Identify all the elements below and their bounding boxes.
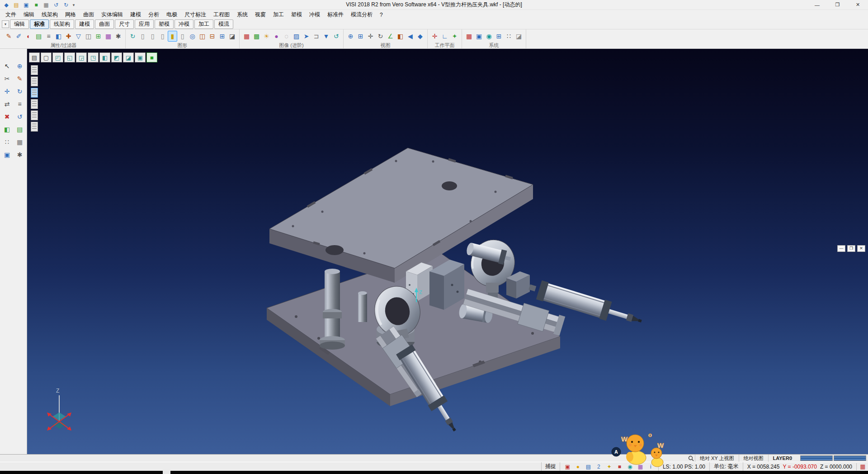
info-status-icon[interactable]: i bbox=[647, 463, 655, 470]
units-indicator[interactable]: 单位: 毫米 bbox=[709, 462, 743, 471]
view-iso-se-icon[interactable]: ◪ bbox=[123, 52, 134, 62]
view-top-icon[interactable]: ◰ bbox=[52, 52, 63, 62]
reset-image-icon[interactable]: ↺ bbox=[331, 31, 341, 42]
menu-item[interactable]: 加工 bbox=[269, 10, 288, 19]
select-arrow-icon[interactable]: ↖ bbox=[2, 61, 13, 71]
ribbon-tab[interactable]: 建模 bbox=[75, 19, 94, 29]
view-iso-ne-icon[interactable]: ◧ bbox=[99, 52, 110, 62]
menu-item[interactable]: 标准件 bbox=[324, 10, 347, 19]
blank-sheet-icon[interactable]: ▯ bbox=[148, 31, 157, 42]
selection-funnel-icon[interactable]: ▽ bbox=[74, 31, 83, 42]
view-left-icon[interactable]: ◳ bbox=[88, 52, 99, 62]
view-right-icon[interactable]: ◲ bbox=[76, 52, 87, 62]
menu-item[interactable]: 电极 bbox=[163, 10, 181, 19]
menu-item[interactable]: ? bbox=[376, 11, 387, 19]
gem-view-icon[interactable]: ◆ bbox=[415, 31, 425, 42]
mask-filter-icon[interactable]: ◫ bbox=[84, 31, 93, 42]
workplane-align-icon[interactable]: ∟ bbox=[440, 31, 449, 42]
light-status-icon[interactable]: ● bbox=[574, 463, 582, 470]
undo-icon[interactable]: ↺ bbox=[52, 1, 61, 9]
blank-sheet-icon[interactable]: ▯ bbox=[158, 31, 167, 42]
ribbon-tab[interactable]: 应用 bbox=[135, 19, 154, 29]
menu-item[interactable]: 系统 bbox=[233, 10, 251, 19]
color-palette-icon[interactable]: ▦ bbox=[464, 31, 474, 42]
grid-tool-icon[interactable]: ▦ bbox=[14, 137, 25, 147]
settings-tool-icon[interactable]: ✱ bbox=[14, 149, 25, 160]
shading-settings-icon[interactable]: ▦ bbox=[242, 31, 251, 42]
previous-view-icon[interactable]: ◀ bbox=[406, 31, 415, 42]
maximize-button[interactable]: ❐ bbox=[827, 0, 848, 9]
table-settings-icon[interactable]: ⊞ bbox=[494, 31, 504, 42]
workplane-origin-icon[interactable]: ✛ bbox=[430, 31, 439, 42]
filter-settings-icon[interactable]: ✱ bbox=[113, 31, 123, 42]
menu-item[interactable]: 文件 bbox=[2, 10, 20, 19]
3d-model[interactable]: Z Z bbox=[27, 49, 868, 454]
refresh-graphics-icon[interactable]: ↻ bbox=[128, 31, 137, 42]
print-icon[interactable]: ▦ bbox=[42, 1, 51, 9]
rotate-view-icon[interactable]: ↻ bbox=[376, 31, 385, 42]
menu-item[interactable]: 曲面 bbox=[80, 10, 98, 19]
save-icon[interactable]: ▣ bbox=[22, 1, 31, 9]
color-filter-icon[interactable]: ◐ bbox=[24, 31, 33, 42]
snap-settings-icon[interactable]: ∷ bbox=[504, 31, 514, 42]
support-pillar-small[interactable] bbox=[358, 291, 367, 322]
clip-box-icon[interactable]: ⊟ bbox=[208, 31, 217, 42]
undo-tool-icon[interactable]: ↺ bbox=[14, 111, 25, 122]
menu-item[interactable]: 建模 bbox=[127, 10, 145, 19]
menu-item[interactable]: 模流分析 bbox=[347, 10, 376, 19]
viewport[interactable]: ▤▢◰◱◲◳◧◩◪▣■ bbox=[27, 49, 868, 454]
view-iso-nw-icon[interactable]: ◩ bbox=[111, 52, 122, 62]
render-mode-icon[interactable]: ◪ bbox=[227, 31, 237, 42]
solid-cube-icon[interactable]: ■ bbox=[32, 1, 41, 9]
trim-scissors-icon[interactable]: ✂ bbox=[2, 73, 13, 84]
group-filter-icon[interactable]: ▦ bbox=[104, 31, 113, 42]
ribbon-tab[interactable]: 模流 bbox=[214, 19, 233, 29]
display-settings-icon[interactable]: ▣ bbox=[474, 31, 484, 42]
attribute-copy-icon[interactable]: ⊞ bbox=[94, 31, 103, 42]
blank-sheet-icon[interactable]: ▯ bbox=[178, 31, 187, 42]
blank-sheet-icon[interactable]: ▯ bbox=[138, 31, 147, 42]
ribbon-tab[interactable]: 编辑 bbox=[10, 19, 29, 29]
edit-pencil-icon[interactable]: ✎ bbox=[14, 73, 25, 84]
close-button[interactable]: ✕ bbox=[848, 0, 868, 9]
viewport-preset-3[interactable] bbox=[31, 88, 38, 98]
viewport-preset-5[interactable] bbox=[31, 110, 38, 120]
zoom-all-icon[interactable]: ⊕ bbox=[346, 31, 355, 42]
box-view-icon[interactable]: ⊞ bbox=[217, 31, 227, 42]
viewport-preset-2[interactable] bbox=[31, 76, 38, 86]
active-layer-label[interactable]: LAYER0 bbox=[768, 455, 797, 462]
world-status-icon[interactable]: ◉ bbox=[626, 463, 634, 470]
view-orientation-label[interactable]: 绝对 XY 上视图 bbox=[695, 455, 739, 462]
windows-taskbar[interactable] bbox=[0, 471, 868, 474]
cad-options-icon[interactable]: ◪ bbox=[514, 31, 524, 42]
linetype-filter-icon[interactable]: ≡ bbox=[44, 31, 53, 42]
snap-status-icon[interactable]: ▣ bbox=[564, 463, 571, 470]
move-tool-icon[interactable]: ✛ bbox=[2, 86, 13, 97]
background-icon[interactable]: ▨ bbox=[292, 31, 301, 42]
lights-icon[interactable]: ☀ bbox=[262, 31, 271, 42]
ribbon-tab[interactable]: 标准 bbox=[30, 19, 49, 29]
absolute-view-label[interactable]: 绝对视图 bbox=[739, 455, 768, 462]
measure-icon[interactable]: ∠ bbox=[386, 31, 395, 42]
ribbon-tab[interactable]: 线架构 bbox=[50, 19, 74, 29]
view-iso-shaded-icon[interactable]: ■ bbox=[146, 52, 157, 62]
pan-icon[interactable]: ✛ bbox=[366, 31, 375, 42]
mdi-minimize-button[interactable]: — bbox=[837, 245, 845, 252]
ribbon-tab[interactable]: 加工 bbox=[194, 19, 213, 29]
transparency-icon[interactable]: ◌ bbox=[282, 31, 291, 42]
highlight-element-icon[interactable]: ▮ bbox=[168, 31, 177, 42]
minimize-button[interactable]: — bbox=[807, 0, 827, 9]
taskbar-item[interactable] bbox=[163, 471, 170, 474]
snap-toggle[interactable]: 捕捉 bbox=[541, 462, 560, 471]
view-front-icon[interactable]: ◱ bbox=[64, 52, 75, 62]
palette-status-icon[interactable]: ▦ bbox=[637, 463, 644, 470]
mdi-close-button[interactable]: ✕ bbox=[857, 245, 865, 252]
material-icon[interactable]: ● bbox=[272, 31, 281, 42]
mdi-restore-button[interactable]: ❐ bbox=[847, 245, 855, 252]
quick-access-caret[interactable]: ▾ bbox=[71, 3, 77, 7]
offset-tool-icon[interactable]: ≡ bbox=[14, 99, 25, 109]
zoom-indicator-icon[interactable] bbox=[687, 455, 695, 461]
match-properties-icon[interactable]: ✐ bbox=[14, 31, 24, 42]
snap-tool-icon[interactable]: ∷ bbox=[2, 137, 13, 147]
open-file-icon[interactable]: ▤ bbox=[12, 1, 21, 9]
